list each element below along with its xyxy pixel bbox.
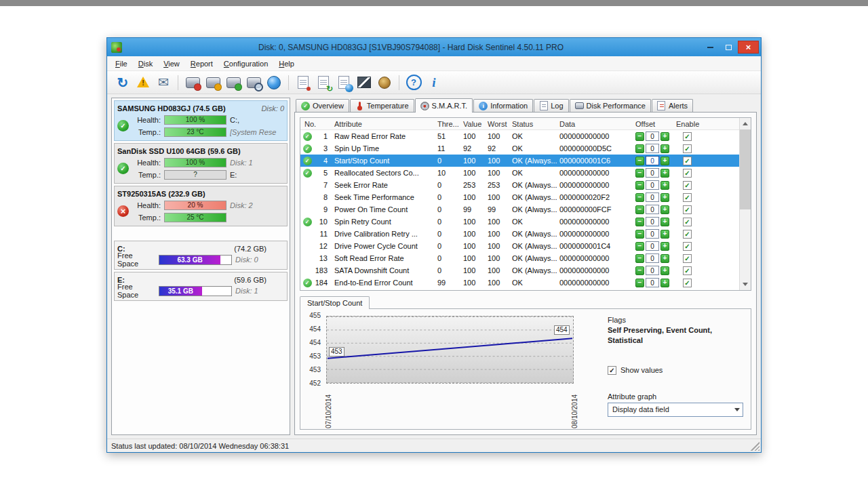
toolbar-report-icon[interactable]: [294, 73, 313, 92]
toolbar-disk-eject-icon[interactable]: [183, 73, 202, 92]
tab-disk-performance[interactable]: Disk Performance: [570, 99, 651, 112]
scroll-down-button[interactable]: [740, 279, 751, 290]
enable-checkbox[interactable]: [683, 205, 692, 214]
smart-attribute-row[interactable]: 183 SATA Downshift Count 0 100 100 OK (A…: [300, 264, 739, 277]
enable-checkbox[interactable]: [683, 132, 692, 141]
offset-value[interactable]: 0: [646, 266, 659, 275]
smart-attribute-row[interactable]: 8 Seek Time Performance 0 100 100 OK (Al…: [300, 191, 739, 203]
offset-value[interactable]: 0: [646, 156, 659, 165]
enable-checkbox[interactable]: [683, 169, 692, 178]
enable-checkbox[interactable]: [683, 193, 692, 202]
disk-card[interactable]: SAMSUNG HD083GJ (74.5 GB) Disk: 0 Health…: [114, 100, 288, 141]
smart-attribute-row[interactable]: 11 Drive Calibration Retry ... 0 100 100…: [300, 228, 739, 240]
offset-increase-button[interactable]: [660, 254, 669, 263]
smart-attribute-row[interactable]: 4 Start/Stop Count 0 100 100 OK (Always.…: [300, 155, 739, 167]
enable-checkbox[interactable]: [683, 157, 692, 165]
title-bar[interactable]: Disk: 0, SAMSUNG HD083GJ [S1VBJ90S794088…: [107, 38, 761, 56]
toolbar-seal-icon[interactable]: [375, 73, 394, 92]
offset-decrease-button[interactable]: [635, 230, 644, 239]
partition-card[interactable]: E: (59.6 GB) Free Space 35.1 GB Disk: 1: [114, 272, 288, 301]
offset-increase-button[interactable]: [660, 169, 669, 178]
toolbar-help-icon[interactable]: [404, 73, 423, 92]
table-scrollbar[interactable]: [739, 118, 751, 290]
toolbar-disk-test-icon[interactable]: [224, 73, 243, 92]
smart-attribute-row[interactable]: 12 Drive Power Cycle Count 0 100 100 OK …: [300, 240, 739, 252]
smart-attribute-row[interactable]: 9 Power On Time Count 0 99 99 OK (Always…: [300, 203, 739, 216]
offset-increase-button[interactable]: [660, 144, 669, 153]
menu-item[interactable]: File: [110, 57, 133, 70]
toolbar-network-icon[interactable]: [264, 73, 283, 92]
smart-attribute-row[interactable]: 3 Spin Up Time 11 92 92 OK 000000000D5C: [300, 142, 739, 155]
subtab-start-stop-count[interactable]: Start/Stop Count: [300, 296, 370, 309]
tab-information[interactable]: Information: [473, 99, 533, 112]
toolbar-web-report-icon[interactable]: [334, 73, 353, 92]
offset-increase-button[interactable]: [660, 279, 669, 287]
offset-decrease-button[interactable]: [635, 266, 644, 275]
offset-value[interactable]: 0: [646, 144, 659, 153]
toolbar-disk-search-icon[interactable]: [244, 73, 263, 92]
menu-item[interactable]: Report: [185, 57, 218, 70]
enable-checkbox[interactable]: [683, 230, 692, 239]
smart-attribute-row[interactable]: 184 End-to-End Error Count 99 100 100 OK…: [300, 277, 739, 289]
tab-log[interactable]: Log: [534, 99, 568, 112]
tab-smart[interactable]: S.M.A.R.T.: [415, 98, 473, 113]
enable-checkbox[interactable]: [683, 218, 692, 226]
maximize-button[interactable]: [719, 41, 738, 54]
offset-increase-button[interactable]: [660, 205, 669, 214]
offset-increase-button[interactable]: [660, 132, 669, 141]
tab-temperature[interactable]: Temperature: [350, 99, 414, 112]
offset-value[interactable]: 0: [646, 180, 659, 190]
toolbar-report-refresh-icon[interactable]: [314, 73, 333, 92]
smart-attribute-row[interactable]: 5 Reallocated Sectors Co... 10 100 100 O…: [300, 167, 739, 179]
smart-attribute-row[interactable]: 13 Soft Read Error Rate 0 100 100 OK (Al…: [300, 252, 739, 264]
offset-value[interactable]: 0: [646, 278, 659, 287]
offset-value[interactable]: 0: [646, 192, 659, 202]
offset-decrease-button[interactable]: [635, 193, 644, 202]
offset-value[interactable]: 0: [646, 241, 659, 251]
enable-checkbox[interactable]: [683, 279, 692, 287]
smart-attribute-row[interactable]: 1 Raw Read Error Rate 51 100 100 OK 0000…: [300, 130, 739, 142]
offset-decrease-button[interactable]: [635, 144, 644, 153]
offset-increase-button[interactable]: [660, 242, 669, 251]
toolbar-signature-icon[interactable]: [355, 73, 374, 92]
menu-item[interactable]: Configuration: [218, 57, 273, 70]
menu-item[interactable]: View: [158, 57, 185, 70]
offset-decrease-button[interactable]: [635, 242, 644, 251]
disk-card[interactable]: ST9250315AS (232.9 GB) Health: 20 % Disk…: [114, 186, 288, 226]
toolbar-disk-power-icon[interactable]: [203, 73, 222, 92]
enable-checkbox[interactable]: [683, 254, 692, 263]
offset-decrease-button[interactable]: [635, 157, 644, 165]
offset-increase-button[interactable]: [660, 266, 669, 275]
tab-alerts[interactable]: Alerts: [652, 99, 693, 112]
offset-increase-button[interactable]: [660, 157, 669, 165]
toolbar-refresh-icon[interactable]: [113, 73, 132, 92]
enable-checkbox[interactable]: [683, 181, 692, 190]
minimize-button[interactable]: [701, 41, 719, 54]
offset-value[interactable]: 0: [646, 253, 659, 263]
enable-checkbox[interactable]: [683, 242, 692, 251]
toolbar-info-icon[interactable]: [425, 73, 443, 92]
offset-decrease-button[interactable]: [635, 132, 644, 141]
offset-decrease-button[interactable]: [635, 218, 644, 226]
disk-card[interactable]: SanDisk SSD U100 64GB (59.6 GB) Health: …: [114, 143, 288, 184]
offset-decrease-button[interactable]: [635, 169, 644, 178]
offset-increase-button[interactable]: [660, 193, 669, 202]
offset-increase-button[interactable]: [660, 218, 669, 226]
scrollbar-thumb[interactable]: [740, 129, 751, 209]
smart-attribute-row[interactable]: 10 Spin Retry Count 0 100 100 OK 0000000…: [300, 216, 739, 228]
tab-overview[interactable]: Overview: [296, 99, 349, 112]
offset-increase-button[interactable]: [660, 181, 669, 190]
offset-increase-button[interactable]: [660, 230, 669, 239]
offset-value[interactable]: 0: [646, 168, 659, 178]
show-values-checkbox[interactable]: [608, 366, 616, 375]
enable-checkbox[interactable]: [683, 266, 692, 275]
offset-value[interactable]: 0: [646, 131, 659, 141]
offset-decrease-button[interactable]: [635, 279, 644, 287]
scroll-up-button[interactable]: [740, 118, 751, 129]
attribute-graph-select[interactable]: Display data field: [608, 403, 743, 417]
resize-grip[interactable]: [751, 442, 760, 451]
close-button[interactable]: [738, 41, 759, 54]
toolbar-alert-icon[interactable]: [134, 73, 153, 92]
offset-decrease-button[interactable]: [635, 254, 644, 263]
offset-value[interactable]: 0: [646, 229, 659, 239]
